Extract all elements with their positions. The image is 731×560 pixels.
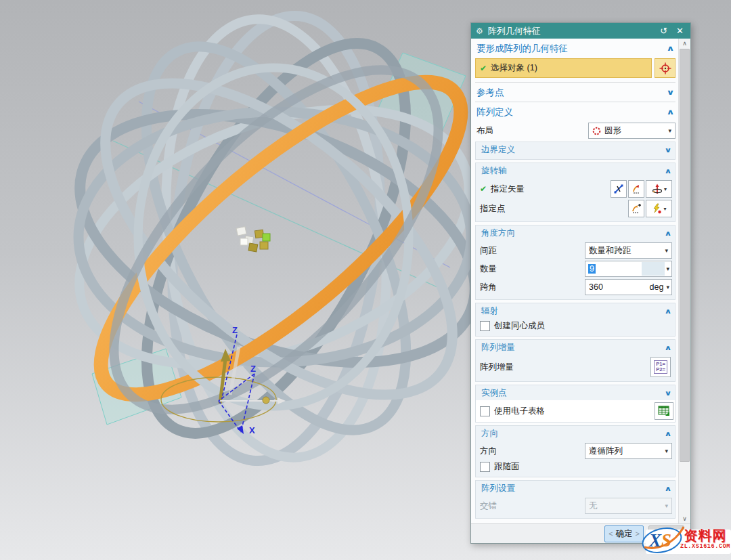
origin-drag-handles[interactable]: [236, 227, 270, 252]
stagger-combo: 无 ▾: [585, 498, 672, 514]
spacing-combo[interactable]: 数量和跨距 ▾: [585, 242, 672, 259]
vector-dialog-button[interactable]: [611, 180, 627, 198]
subheader-pattern-settings[interactable]: 阵列设置 ∧: [479, 481, 672, 496]
orientation-combo[interactable]: 遵循阵列 ▾: [585, 443, 672, 459]
point-dialog-icon: [651, 203, 662, 214]
subheader-title: 实例点: [481, 387, 665, 399]
expand-icon[interactable]: ∨: [666, 88, 674, 97]
stagger-row: 交错 无 ▾: [479, 498, 672, 514]
chevron-down-icon: ▾: [664, 186, 667, 192]
lt-icon: <: [608, 530, 613, 538]
group-geometry-to-pattern[interactable]: 要形成阵列的几何特征 ∧: [475, 39, 675, 57]
subheader-boundary-definition[interactable]: 边界定义 ∨: [479, 142, 672, 157]
subheader-orientation[interactable]: 方向 ∧: [479, 426, 672, 441]
chevron-down-icon: ▾: [666, 265, 669, 272]
chevron-down-icon: ▾: [665, 502, 668, 509]
subheader-title: 旋转轴: [481, 165, 665, 177]
count-input[interactable]: 9 ▾: [585, 261, 672, 277]
group-title: 参考点: [477, 87, 667, 99]
spreadsheet-button[interactable]: [655, 402, 673, 420]
collapse-icon[interactable]: ∧: [664, 230, 671, 237]
subheader-radiate[interactable]: 辐射 ∧: [479, 303, 672, 318]
follow-face-checkbox[interactable]: [480, 462, 490, 472]
use-spreadsheet-checkbox[interactable]: [480, 406, 490, 416]
select-object-label: 选择对象 (1): [491, 62, 537, 74]
close-button[interactable]: ✕: [674, 26, 686, 36]
reset-button[interactable]: ↺: [658, 26, 669, 36]
rotation-axis-panel: 旋转轴 ∧ ✔ 指定矢量: [475, 163, 675, 222]
specify-vector-row: ✔ 指定矢量: [479, 180, 672, 198]
dialog-scrollbar[interactable]: ∧ ∨: [678, 39, 690, 523]
group-pattern-definition[interactable]: 阵列定义 ∧: [475, 103, 675, 121]
collapse-icon[interactable]: ∧: [666, 108, 674, 116]
divider: [475, 82, 675, 83]
collapse-icon[interactable]: ∧: [664, 430, 671, 437]
use-spreadsheet-row: 使用电子表格: [476, 400, 675, 422]
subheader-title: 阵列设置: [481, 483, 665, 494]
watermark-site-name: 资料网: [680, 529, 731, 543]
logo-letter-s: S: [661, 530, 671, 551]
select-object-field[interactable]: ✔ 选择对象 (1): [475, 58, 652, 78]
vector-type-dropdown[interactable]: ▾: [646, 180, 672, 198]
stagger-value: 无: [589, 500, 598, 512]
divider: [475, 102, 675, 102]
check-icon: ✔: [480, 184, 487, 194]
app-window: Z Z X ⚙ 阵列几何特征 ↺ ✕ 要形成阵列的几何特征 ∧ ✔: [0, 0, 731, 560]
collapse-icon[interactable]: ∧: [664, 344, 671, 351]
pattern-increment-button[interactable]: P1= P2=: [650, 357, 671, 377]
check-icon: ✔: [480, 64, 487, 73]
subheader-title: 角度方向: [481, 228, 665, 239]
inferred-vector-button[interactable]: [628, 180, 644, 198]
subheader-pattern-increment[interactable]: 阵列增量 ∧: [479, 340, 672, 355]
pattern-increment-label: 阵列增量: [480, 362, 514, 373]
layout-label: 布局: [475, 125, 588, 137]
subheader-angle-direction[interactable]: 角度方向 ∧: [479, 225, 672, 240]
circular-layout-icon: [592, 127, 601, 135]
expression-toggle[interactable]: [642, 262, 665, 276]
collapse-icon[interactable]: ∧: [664, 307, 671, 315]
rotation-axis-icon: [651, 184, 663, 195]
point-inferred-button[interactable]: [628, 200, 644, 217]
subheader-title: 辐射: [481, 305, 665, 317]
logo-letter-x: X: [648, 530, 662, 551]
chevron-down-icon: ▾: [663, 206, 666, 212]
layout-combo[interactable]: 圆形 ▾: [588, 123, 675, 139]
expand-icon[interactable]: ∨: [664, 146, 671, 154]
create-concentric-checkbox[interactable]: [480, 321, 490, 331]
gt-icon: >: [636, 530, 640, 538]
span-angle-value: 360: [589, 282, 603, 292]
spacing-value: 数量和跨距: [589, 245, 632, 257]
spacing-row: 间距 数量和跨距 ▾: [479, 242, 672, 259]
pattern-settings-panel: 阵列设置 ∧ 交错 无 ▾: [475, 480, 675, 519]
dialog-titlebar[interactable]: ⚙ 阵列几何特征 ↺ ✕: [471, 23, 690, 39]
subheader-title: 边界定义: [481, 144, 665, 156]
angle-direction-panel: 角度方向 ∧ 间距 数量和跨距 ▾ 数量 9: [475, 225, 675, 300]
subheader-rotation-axis[interactable]: 旋转轴 ∧: [479, 163, 672, 178]
group-reference-point[interactable]: 参考点 ∨: [475, 83, 675, 101]
point-dialog-dropdown[interactable]: ▾: [646, 200, 672, 217]
group-title: 要形成阵列的几何特征: [477, 43, 667, 55]
chevron-down-icon: ▾: [665, 448, 668, 454]
subheader-title: 方向: [481, 428, 665, 439]
unit-label[interactable]: deg: [650, 282, 664, 292]
point-constructor-button[interactable]: [655, 58, 675, 78]
spacing-label: 间距: [480, 245, 497, 257]
stagger-label: 交错: [480, 500, 497, 512]
expand-icon[interactable]: ∨: [664, 389, 671, 397]
chevron-down-icon: ▾: [665, 247, 668, 254]
scrollbar-thumb[interactable]: [680, 49, 690, 462]
collapse-icon[interactable]: ∧: [664, 167, 671, 175]
specify-point-label: 指定点: [480, 203, 506, 215]
span-angle-input[interactable]: 360 deg ▾: [585, 279, 672, 295]
count-value-selected: 9: [588, 264, 596, 274]
ok-button[interactable]: < 确定 >: [604, 525, 644, 542]
collapse-icon[interactable]: ∧: [664, 485, 671, 492]
collapse-icon[interactable]: ∧: [666, 44, 674, 53]
subheader-instance-points[interactable]: 实例点 ∨: [479, 385, 672, 400]
scroll-up-icon[interactable]: ∧: [682, 39, 687, 48]
follow-face-label: 跟随面: [494, 461, 520, 473]
select-object-row: ✔ 选择对象 (1): [475, 58, 675, 78]
radiate-panel: 辐射 ∧ 创建同心成员: [475, 303, 675, 337]
specify-point-row: 指定点: [479, 200, 672, 217]
spreadsheet-icon: [658, 406, 670, 416]
